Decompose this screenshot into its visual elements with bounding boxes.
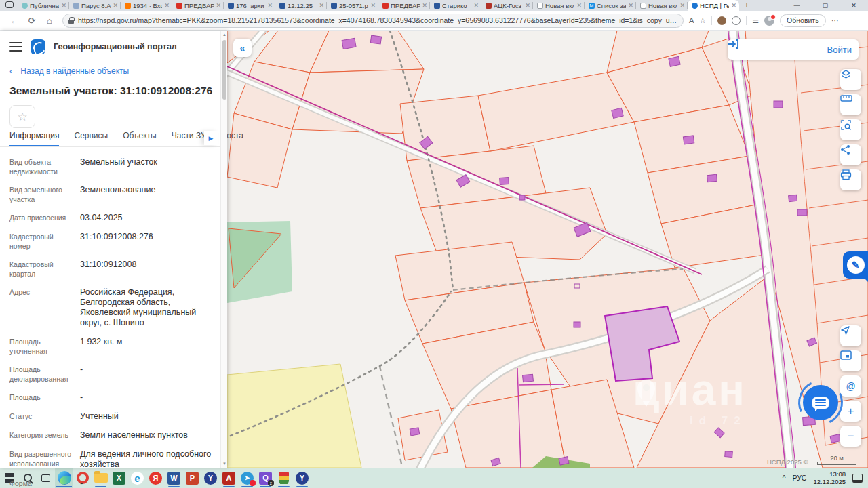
nspd-logo-icon[interactable] <box>31 39 45 54</box>
my-location-button[interactable] <box>840 325 861 346</box>
workspaces-icon[interactable] <box>5 1 14 8</box>
home-icon[interactable]: ⌂ <box>41 16 58 26</box>
assistant-widget[interactable]: ✎ <box>843 251 868 279</box>
field-row: Вид разрешенного использованияДля ведени… <box>9 449 213 470</box>
tab-close-icon[interactable]: ✕ <box>216 2 221 9</box>
browser-tab[interactable]: MСписок за✕ <box>585 0 636 11</box>
new-tab-button[interactable]: + <box>739 0 754 11</box>
update-browser-button[interactable]: Обновить <box>780 14 826 27</box>
divider <box>711 16 712 25</box>
tab-close-icon[interactable]: ✕ <box>525 2 530 9</box>
tab-parts[interactable]: Части ЗУ <box>172 131 206 146</box>
browser-tab[interactable]: 176_архит✕ <box>224 0 275 11</box>
taskbar-yandex-browser-2[interactable]: Y <box>293 468 311 488</box>
back-icon[interactable]: ← <box>5 16 23 26</box>
favorite-object-button[interactable]: ☆ <box>9 105 35 128</box>
share-button[interactable] <box>840 144 861 165</box>
taskbar-q2-app[interactable]: Q2 <box>256 468 275 488</box>
taskbar-emblem-app[interactable] <box>275 468 293 488</box>
maximize-button[interactable]: ▢ <box>811 0 840 11</box>
browser-tab[interactable]: Новая вкл✕ <box>636 0 688 11</box>
coordinate-search-button[interactable]: @ <box>840 375 861 396</box>
panel-tabs: Информация Сервисы Объекты Части ЗУ Сост… <box>0 131 227 147</box>
address-bar[interactable]: https://nspd.gov.ru/map?thematic=PKK&zoo… <box>62 14 684 28</box>
action-center-icon[interactable] <box>852 474 863 483</box>
tab-close-icon[interactable]: ✕ <box>473 2 479 9</box>
scroll-up-icon[interactable]: ▲ <box>221 33 228 37</box>
taskbar-acrobat[interactable]: A <box>220 468 238 488</box>
tab-close-icon[interactable]: ✕ <box>61 2 66 9</box>
browser-tab[interactable]: Новая вкл✕ <box>533 0 585 11</box>
more-menu-icon[interactable]: ··· <box>831 16 839 24</box>
close-button[interactable]: ✕ <box>840 0 868 11</box>
tabs-scroll-right-button[interactable]: ▶ <box>204 131 218 145</box>
layers-icon <box>840 69 852 81</box>
tab-close-icon[interactable]: ✕ <box>731 2 736 9</box>
parcel-title: Земельный участок: 31:10:0912008:276 <box>9 85 212 97</box>
print-button[interactable] <box>840 169 861 190</box>
back-to-results-link[interactable]: ‹ Назад в найденные объекты <box>9 66 129 76</box>
yellow-zone[interactable] <box>227 364 361 468</box>
tab-close-icon[interactable]: ✕ <box>679 2 685 9</box>
read-aloud-icon[interactable]: A <box>689 16 694 24</box>
favorites-bar-icon[interactable]: ☰ <box>752 16 759 25</box>
overview-map-button[interactable] <box>840 350 861 371</box>
map-area[interactable]: циан id 72 « Войти ✎ @ <box>227 30 868 468</box>
panel-scrollbar[interactable]: ▲ ▼ <box>220 30 227 468</box>
collapse-panel-button[interactable]: « <box>233 39 252 57</box>
clock-date: 12.12.2025 <box>813 478 846 485</box>
tab-services[interactable]: Сервисы <box>74 131 108 146</box>
browser-tab[interactable]: АЦК-Госз✕ <box>481 0 533 11</box>
browser-tab[interactable]: Публична✕ <box>18 0 69 11</box>
area-search-button[interactable] <box>840 119 861 140</box>
extension-icon-2[interactable] <box>732 16 741 25</box>
zoom-in-button[interactable]: + <box>840 401 861 422</box>
browser-tab[interactable]: Парус 8.А✕ <box>69 0 121 11</box>
tab-close-icon[interactable]: ✕ <box>113 2 118 9</box>
chat-button[interactable] <box>803 385 838 420</box>
url-text[interactable]: https://nspd.gov.ru/map?thematic=PKK&zoo… <box>78 16 677 24</box>
browser-tab-active[interactable]: НСПД | Ге✕ <box>688 0 739 11</box>
tab-close-icon[interactable]: ✕ <box>164 2 170 9</box>
login-button[interactable]: Войти <box>827 45 852 55</box>
tab-close-icon[interactable]: ✕ <box>370 2 376 9</box>
map-canvas[interactable] <box>227 30 868 468</box>
favorite-star-icon[interactable]: ☆ <box>699 16 706 25</box>
tab-objects[interactable]: Объекты <box>123 131 157 146</box>
tab-information[interactable]: Информация <box>9 131 59 146</box>
assistant-icon: ✎ <box>847 256 865 274</box>
tab-close-icon[interactable]: ✕ <box>422 2 427 9</box>
profile-avatar[interactable] <box>764 16 774 26</box>
scale-control: 20 м <box>817 454 856 465</box>
extension-icon[interactable] <box>717 16 726 25</box>
menu-icon[interactable] <box>9 42 22 52</box>
browser-tab[interactable]: 1934 · Вхо✕ <box>121 0 172 11</box>
scroll-down-icon[interactable]: ▼ <box>221 462 228 466</box>
tab-close-icon[interactable]: ✕ <box>319 2 324 9</box>
tab-close-icon[interactable]: ✕ <box>576 2 582 9</box>
minimize-button[interactable]: — <box>783 0 811 11</box>
browser-tab[interactable]: 25-0571.р✕ <box>327 0 378 11</box>
language-indicator[interactable]: РУС <box>792 474 806 482</box>
tab-close-icon[interactable]: ✕ <box>628 2 633 9</box>
layers-button[interactable] <box>840 69 861 90</box>
browser-tab[interactable]: Старико✕ <box>430 0 481 11</box>
scale-label: 20 м <box>817 454 856 462</box>
toolbar-right: A ☆ ☰ Обновить ··· <box>689 14 839 27</box>
browser-tab[interactable]: 12.12.25✕ <box>275 0 327 11</box>
browser-tab[interactable]: ПРЕДВАРИ✕ <box>172 0 224 11</box>
parus-favicon <box>73 3 79 9</box>
clock[interactable]: 13:08 12.12.2025 <box>813 470 846 485</box>
browser-tab[interactable]: ПРЕДВАР✕ <box>378 0 430 11</box>
tab-close-icon[interactable]: ✕ <box>267 2 273 9</box>
tray-expand-icon[interactable]: ^ <box>783 474 786 482</box>
zoom-out-button[interactable]: − <box>840 426 861 447</box>
taskbar-telegram[interactable]: ➤ <box>238 468 256 488</box>
mail-favicon: M <box>589 3 595 9</box>
login-bar[interactable]: Войти <box>728 39 859 60</box>
refresh-icon[interactable]: ⟳ <box>23 16 41 26</box>
scrollbar-thumb[interactable] <box>222 40 226 100</box>
pdf-favicon <box>382 3 389 9</box>
pdf-favicon <box>176 3 182 9</box>
measure-button[interactable] <box>840 94 861 115</box>
